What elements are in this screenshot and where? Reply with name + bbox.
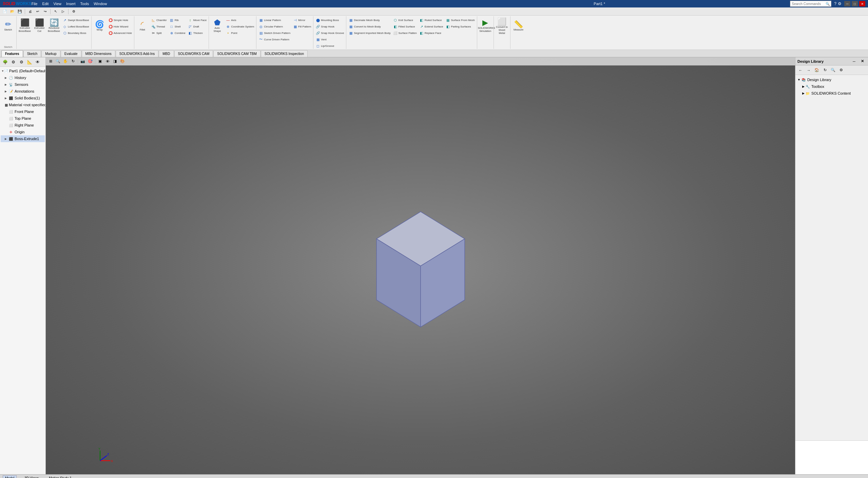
tab-features[interactable]: Features — [1, 50, 23, 57]
tree-item-material[interactable]: ▦ Material <not specified> — [1, 101, 45, 108]
mounting-boss-button[interactable]: ⬤ Mounting Boss — [314, 17, 345, 23]
swept-boss-button[interactable]: ↗ Swept Boss/Base — [61, 17, 90, 23]
3d-viewport[interactable]: ⊞ 🔍 ✋ ↻ 📷 🎯 ▣ 👁 ◨ 🎨 — [46, 57, 795, 474]
tree-item-part1[interactable]: ▼ 📄 Part1 (Default<Default>_Display Sta — [1, 68, 45, 74]
extend-surface-button[interactable]: ↗ Extend Surface — [418, 23, 444, 30]
tree-item-right-plane[interactable]: ⬜ Right Plane — [1, 122, 45, 129]
sketch-button[interactable]: ✏ Sketch — [1, 17, 15, 35]
dl-home-button[interactable]: 🏠 — [813, 66, 821, 74]
redo-button[interactable]: ↪ — [42, 8, 49, 15]
tab-mbd[interactable]: MBD — [159, 50, 174, 57]
help-icon[interactable]: ? — [834, 1, 836, 6]
view-orientation-button[interactable]: 🎯 — [87, 58, 94, 65]
auto-shape-button[interactable]: ⬟ Auto Shape — [210, 17, 224, 35]
maximize-button[interactable]: □ — [852, 1, 858, 6]
tab-mbd-dimensions[interactable]: MBD Dimensions — [82, 50, 115, 57]
open-file-button[interactable]: 📂 — [9, 8, 16, 15]
tree-item-boss-extrude[interactable]: ▶ ⬛ Boss-Extrude1 — [1, 135, 45, 142]
print-button[interactable]: 🖨 — [27, 8, 34, 15]
tree-item-front-plane[interactable]: ⬜ Front Plane — [1, 108, 45, 115]
tree-item-sensors[interactable]: ▶ 📡 Sensors — [1, 81, 45, 88]
config-manager-tab[interactable]: ⚙ — [18, 58, 25, 66]
snap-hook-groove-button[interactable]: 🔗 Snap Hook Groove — [314, 30, 345, 36]
tab-sw-cam-tbm[interactable]: SOLIDWORKS CAM TBM — [213, 50, 261, 57]
circular-pattern-button[interactable]: ◎ Circular Pattern — [257, 23, 291, 30]
tab-3d-views[interactable]: 3D Views — [22, 475, 41, 478]
shell-button[interactable]: □ Shell — [168, 23, 187, 30]
dl-back-button[interactable]: ← — [797, 66, 804, 74]
ruled-surface-button[interactable]: ◧ Ruled Surface — [418, 17, 444, 23]
convert-mesh-button[interactable]: ▦ Convert to Mesh Body — [347, 23, 391, 30]
thicken-button[interactable]: ◧ Thicken — [187, 30, 208, 36]
property-manager-tab[interactable]: ⚙ — [9, 58, 17, 66]
menu-view[interactable]: View — [53, 2, 61, 6]
chamfer-button[interactable]: ◺ Chamfer — [150, 17, 168, 23]
search-input[interactable] — [792, 2, 826, 6]
dl-forward-button[interactable]: → — [805, 66, 812, 74]
design-library-close-button[interactable]: ✕ — [859, 58, 866, 65]
surface-flatten-button[interactable]: ⬜ Surface Flatten — [392, 30, 418, 36]
wrap-button[interactable]: 🌀 Wrap — [93, 17, 107, 35]
snap-hook-button[interactable]: 🔗 Snap Hook — [314, 23, 345, 30]
tree-item-history[interactable]: ▶ 🕐 History — [1, 74, 45, 81]
minimize-button[interactable]: ─ — [844, 1, 850, 6]
close-button[interactable]: ✕ — [859, 1, 865, 6]
dl-settings-button[interactable]: ⚙ — [837, 66, 845, 74]
draft-button[interactable]: ◸ Draft — [187, 23, 208, 30]
menu-edit[interactable]: Edit — [42, 2, 49, 6]
combine-button[interactable]: ⊕ Combine — [168, 30, 187, 36]
menu-insert[interactable]: Insert — [66, 2, 76, 6]
tree-item-top-plane[interactable]: ⬜ Top Plane — [1, 115, 45, 122]
tab-evaluate[interactable]: Evaluate — [61, 50, 81, 57]
undo-button[interactable]: ↩ — [34, 8, 41, 15]
menu-tools[interactable]: Tools — [80, 2, 89, 6]
tab-model[interactable]: Model — [3, 475, 17, 478]
zoom-in-button[interactable]: 🔍 — [55, 58, 61, 65]
tab-markup[interactable]: Markup — [41, 50, 60, 57]
thread-button[interactable]: 🔩 Thread — [150, 23, 168, 30]
revolved-boss-button[interactable]: 🔄 Revolved Boss/Base — [47, 17, 61, 35]
lip-groove-button[interactable]: ◻ Lip/Groove — [314, 43, 345, 49]
dl-refresh-button[interactable]: ↻ — [821, 66, 829, 74]
vent-button[interactable]: ▦ Vent — [314, 36, 345, 42]
boundary-boss-button[interactable]: ⬡ Boundary Boss — [61, 30, 90, 36]
sketch-driven-pattern-button[interactable]: ▤ Sketch Driven Pattern — [257, 30, 291, 36]
display-manager-tab[interactable]: 👁 — [34, 58, 41, 66]
dl-item-design-library[interactable]: ▼ 📚 Design Library — [797, 76, 867, 83]
appearance-button[interactable]: 🎨 — [119, 58, 126, 65]
tree-item-annotations[interactable]: ▶ 📝 Annotations — [1, 88, 45, 95]
display-style-button[interactable]: ▣ — [97, 58, 103, 65]
decimate-mesh-button[interactable]: ▦ Decimate Mesh Body — [347, 17, 391, 23]
filled-surface-button[interactable]: ◧ Filled Surface — [392, 23, 418, 30]
simple-hole-button[interactable]: ⭕ Simple Hole — [107, 17, 133, 23]
knit-surface-button[interactable]: ⬡ Knit Surface — [392, 17, 418, 23]
tree-item-origin[interactable]: ✛ Origin — [1, 129, 45, 135]
tree-item-solid-bodies[interactable]: ▶ ⬛ Solid Bodies(1) — [1, 95, 45, 101]
extruded-boss-button[interactable]: ⬛ Extruded Boss/Base — [18, 17, 32, 35]
zoom-fit-button[interactable]: ⊞ — [47, 58, 54, 65]
dim-expert-tab[interactable]: 📐 — [26, 58, 33, 66]
menu-file[interactable]: File — [32, 2, 38, 6]
measure-button[interactable]: 📏 Measure — [512, 17, 526, 35]
dl-search-button[interactable]: 🔍 — [829, 66, 837, 74]
fillet-button[interactable]: ◜ Fillet — [135, 17, 150, 35]
tab-motion-study[interactable]: Motion Study 1 — [46, 475, 74, 478]
dl-item-sw-content[interactable]: ▶ 📁 SOLIDWORKS Content — [797, 90, 867, 97]
pan-button[interactable]: ✋ — [62, 58, 69, 65]
curve-driven-pattern-button[interactable]: 〜 Curve Driven Pattern — [257, 36, 291, 42]
select-button[interactable]: ▷ — [60, 8, 66, 15]
parting-surfaces-button[interactable]: ◧ Parting Surfaces — [444, 23, 476, 30]
hole-wizard-button[interactable]: ⭕ Hole Wizard — [107, 23, 133, 30]
split-button[interactable]: ✂ Split — [150, 30, 168, 36]
tab-sw-addins[interactable]: SOLIDWORKS Add-Ins — [116, 50, 158, 57]
hide-show-button[interactable]: 👁 — [104, 58, 111, 65]
linear-pattern-button[interactable]: ▦ Linear Pattern — [257, 17, 291, 23]
section-view-button[interactable]: ◨ — [112, 58, 118, 65]
simulation-button[interactable]: ▶ SOLIDWORKS Simulation — [478, 17, 493, 35]
settings-button[interactable]: ⚙ — [70, 8, 77, 15]
tab-sw-cam[interactable]: SOLIDWORKS CAM — [174, 50, 213, 57]
replace-face-button[interactable]: ◧ Replace Face — [418, 30, 444, 36]
save-button[interactable]: 💾 — [16, 8, 23, 15]
rotate-button[interactable]: ↻ — [70, 58, 76, 65]
tab-sketch[interactable]: Sketch — [23, 50, 41, 57]
